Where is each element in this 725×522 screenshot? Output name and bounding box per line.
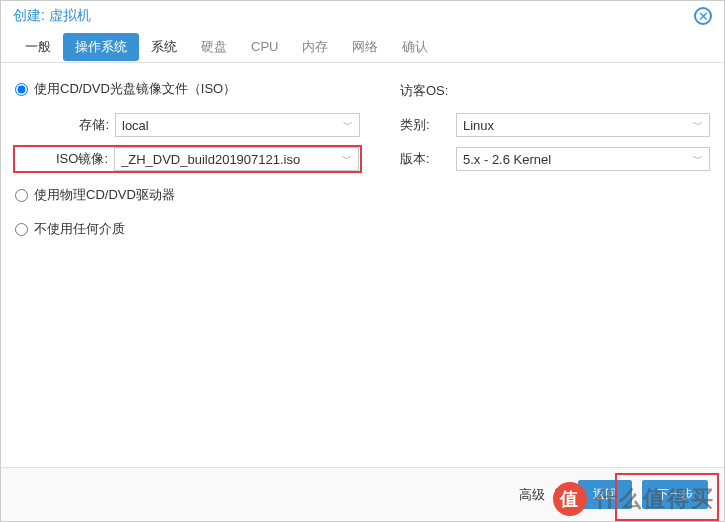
- radio-none-row[interactable]: 不使用任何介质: [15, 217, 360, 241]
- radio-physical[interactable]: [15, 189, 28, 202]
- chevron-down-icon: ﹀: [343, 118, 353, 132]
- guest-os-label: 访客OS:: [400, 82, 456, 100]
- type-label: 类别:: [400, 116, 456, 134]
- iso-value: _ZH_DVD_build201907121.iso: [121, 152, 300, 167]
- tab-confirm: 确认: [390, 33, 440, 61]
- wizard-tabs: 一般 操作系统 系统 硬盘 CPU 内存 网络 确认: [1, 31, 724, 63]
- iso-select[interactable]: _ZH_DVD_build201907121.iso ﹀: [114, 147, 359, 171]
- tab-general[interactable]: 一般: [13, 33, 63, 61]
- dialog-header: 创建: 虚拟机 ✕: [1, 1, 724, 31]
- tab-memory: 内存: [290, 33, 340, 61]
- storage-value: local: [122, 118, 149, 133]
- type-row: 类别: Linux ﹀: [400, 111, 710, 139]
- radio-physical-row[interactable]: 使用物理CD/DVD驱动器: [15, 183, 360, 207]
- radio-iso-label: 使用CD/DVD光盘镜像文件（ISO）: [34, 80, 236, 98]
- dialog-footer: 高级 返回 下一步: [1, 467, 724, 521]
- radio-none-label: 不使用任何介质: [34, 220, 125, 238]
- guest-os-row: 访客OS:: [400, 77, 710, 105]
- tab-disk: 硬盘: [189, 33, 239, 61]
- chevron-down-icon: ﹀: [693, 152, 703, 166]
- tab-cpu: CPU: [239, 34, 290, 59]
- back-button[interactable]: 返回: [578, 480, 632, 509]
- left-column: 使用CD/DVD光盘镜像文件（ISO） 存储: local ﹀ ISO镜像: _…: [15, 77, 360, 453]
- tab-network: 网络: [340, 33, 390, 61]
- create-vm-dialog: 创建: 虚拟机 ✕ 一般 操作系统 系统 硬盘 CPU 内存 网络 确认 使用C…: [0, 0, 725, 522]
- version-select[interactable]: 5.x - 2.6 Kernel ﹀: [456, 147, 710, 171]
- version-row: 版本: 5.x - 2.6 Kernel ﹀: [400, 145, 710, 173]
- tab-os[interactable]: 操作系统: [63, 33, 139, 61]
- storage-select[interactable]: local ﹀: [115, 113, 360, 137]
- dialog-title: 创建: 虚拟机: [13, 7, 91, 25]
- iso-highlight: ISO镜像: _ZH_DVD_build201907121.iso ﹀: [13, 145, 362, 173]
- version-label: 版本:: [400, 150, 456, 168]
- radio-iso[interactable]: [15, 83, 28, 96]
- type-select[interactable]: Linux ﹀: [456, 113, 710, 137]
- tab-system[interactable]: 系统: [139, 33, 189, 61]
- radio-none[interactable]: [15, 223, 28, 236]
- version-value: 5.x - 2.6 Kernel: [463, 152, 551, 167]
- chevron-down-icon: ﹀: [342, 152, 352, 166]
- next-button[interactable]: 下一步: [642, 480, 708, 509]
- type-value: Linux: [463, 118, 494, 133]
- radio-iso-row[interactable]: 使用CD/DVD光盘镜像文件（ISO）: [15, 77, 360, 101]
- advanced-label: 高级: [519, 486, 545, 504]
- storage-row: 存储: local ﹀: [15, 111, 360, 139]
- advanced-checkbox[interactable]: [555, 488, 568, 501]
- chevron-down-icon: ﹀: [693, 118, 703, 132]
- close-icon[interactable]: ✕: [694, 7, 712, 25]
- dialog-content: 使用CD/DVD光盘镜像文件（ISO） 存储: local ﹀ ISO镜像: _…: [1, 63, 724, 467]
- iso-label: ISO镜像:: [16, 150, 114, 168]
- right-column: 访客OS: 类别: Linux ﹀ 版本: 5.x - 2.6 Kernel ﹀: [400, 77, 710, 453]
- radio-physical-label: 使用物理CD/DVD驱动器: [34, 186, 175, 204]
- storage-label: 存储:: [15, 116, 115, 134]
